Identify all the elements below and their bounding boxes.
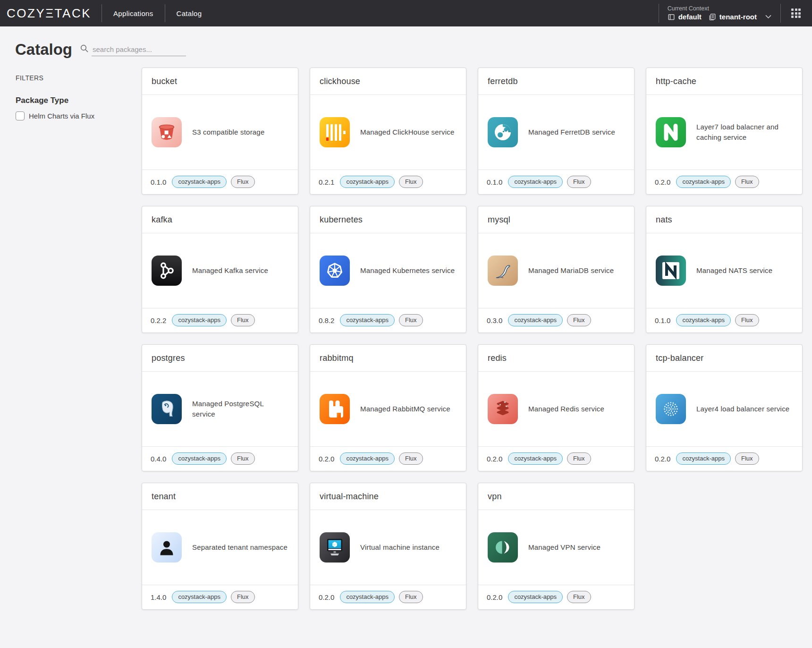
nav-applications[interactable]: Applications (102, 9, 164, 17)
page-head: Catalog (0, 26, 812, 60)
flux-badge: Flux (231, 591, 255, 603)
current-context-label: Current Context (668, 6, 772, 12)
card-title: tcp-balancer (646, 345, 802, 372)
card-title: nats (646, 206, 802, 233)
context-cluster: default (678, 13, 702, 20)
rabbitmq-icon (320, 394, 350, 424)
flux-badge: Flux (735, 314, 759, 326)
context-switcher[interactable]: Current Context default tenant-root (659, 4, 780, 23)
card-version: 0.3.0 (487, 316, 502, 324)
search (80, 43, 186, 57)
nats-icon (656, 256, 686, 286)
repo-badge: cozystack-apps (676, 452, 731, 465)
flux-badge: Flux (231, 314, 255, 326)
card-description: Layer7 load balacner and caching service (696, 122, 793, 143)
card-http-cache[interactable]: http-cache Layer7 load balacner and cach… (646, 68, 803, 195)
card-title: kafka (142, 206, 298, 233)
card-version: 0.2.1 (319, 178, 334, 186)
flux-badge: Flux (567, 591, 591, 603)
bucket-icon (152, 117, 182, 147)
app-logo[interactable]: COZYΞTACK (0, 6, 102, 21)
card-version: 1.4.0 (151, 593, 166, 601)
card-description: Managed Kafka service (192, 265, 268, 276)
flux-badge: Flux (735, 452, 759, 465)
repo-badge: cozystack-apps (676, 314, 731, 326)
card-description: Managed Kubernetes service (360, 265, 455, 276)
card-virtual-machine[interactable]: virtual-machine Virtual machine instance… (310, 483, 466, 610)
filters-heading: FILTERS (16, 74, 132, 82)
context-tenant: tenant-root (719, 13, 757, 20)
topbar-right: Current Context default tenant-root (659, 0, 812, 26)
card-title: kubernetes (310, 206, 466, 233)
nav-catalog[interactable]: Catalog (165, 9, 213, 17)
card-vpn[interactable]: vpn Managed VPN service 0.2.0 cozystack-… (478, 483, 634, 610)
filters-sidebar: FILTERS Package Type Helm Charts via Flu… (0, 60, 142, 120)
flux-badge: Flux (399, 591, 423, 603)
card-mysql[interactable]: mysql Managed MariaDB service 0.3.0 cozy… (478, 206, 634, 333)
kafka-icon (152, 256, 182, 286)
card-title: rabbitmq (310, 345, 466, 372)
card-title: redis (478, 345, 634, 372)
repo-badge: cozystack-apps (508, 452, 563, 465)
card-description: Managed NATS service (696, 265, 772, 276)
card-version: 0.2.0 (655, 178, 670, 186)
card-version: 0.2.2 (151, 316, 166, 324)
card-redis[interactable]: redis Managed Redis service 0.2.0 cozyst… (478, 344, 634, 471)
card-title: clickhouse (310, 68, 466, 95)
chevron-down-icon[interactable] (765, 13, 772, 20)
card-version: 0.1.0 (487, 178, 502, 186)
repo-badge: cozystack-apps (172, 314, 227, 326)
card-clickhouse[interactable]: clickhouse Managed ClickHouse service 0.… (310, 68, 466, 195)
repo-badge: cozystack-apps (508, 176, 563, 188)
page-title: Catalog (15, 42, 72, 57)
nginx-icon (656, 117, 686, 147)
card-description: Layer4 load balancer service (696, 404, 789, 414)
card-kubernetes[interactable]: kubernetes Managed Kubernetes service 0.… (310, 206, 466, 333)
card-description: Managed Redis service (528, 404, 604, 414)
card-bucket[interactable]: bucket S3 compatible storage 0.1.0 cozys… (142, 68, 298, 195)
card-title: vpn (478, 483, 634, 510)
card-version: 0.2.0 (319, 455, 334, 463)
mariadb-seal-icon (488, 256, 518, 286)
card-version: 0.1.0 (151, 178, 166, 186)
filter-group-title: Package Type (16, 96, 132, 105)
card-version: 0.2.0 (487, 455, 502, 463)
repo-badge: cozystack-apps (172, 452, 227, 465)
card-ferretdb[interactable]: ferretdb Managed FerretDB service 0.1.0 … (478, 68, 634, 195)
repo-badge: cozystack-apps (172, 176, 227, 188)
card-version: 0.2.0 (487, 593, 502, 601)
repo-badge: cozystack-apps (340, 591, 395, 603)
card-description: Managed VPN service (528, 542, 601, 553)
card-version: 0.1.0 (655, 316, 670, 324)
flux-badge: Flux (567, 452, 591, 465)
flux-badge: Flux (399, 176, 423, 188)
card-version: 0.4.0 (151, 455, 166, 463)
card-kafka[interactable]: kafka Managed Kafka service 0.2.2 cozyst… (142, 206, 298, 333)
card-description: Managed MariaDB service (528, 265, 614, 276)
top-bar: COZYΞTACK Applications Catalog Current C… (0, 0, 812, 26)
card-description: Managed FerretDB service (528, 127, 615, 137)
card-tcp-balancer[interactable]: tcp-balancer Layer4 load balancer servic… (646, 344, 803, 471)
card-nats[interactable]: nats Managed NATS service 0.1.0 cozystac… (646, 206, 803, 333)
repo-badge: cozystack-apps (340, 176, 395, 188)
card-version: 0.8.2 (319, 316, 334, 324)
repo-badge: cozystack-apps (508, 314, 563, 326)
card-postgres[interactable]: postgres Managed PostgreSQL service 0.4.… (142, 344, 298, 471)
helm-charts-checkbox[interactable] (16, 111, 25, 120)
search-input[interactable] (92, 43, 186, 56)
redis-icon (488, 394, 518, 424)
main: FILTERS Package Type Helm Charts via Flu… (0, 60, 812, 632)
tcp-balancer-icon (656, 394, 686, 424)
kubernetes-icon (320, 256, 350, 286)
card-version: 0.2.0 (655, 455, 670, 463)
card-version: 0.2.0 (319, 593, 334, 601)
card-tenant[interactable]: tenant Separated tenant namespace 1.4.0 … (142, 483, 298, 610)
app-switcher-button[interactable] (780, 4, 810, 23)
search-icon (80, 44, 89, 56)
app-grid-icon (791, 9, 801, 18)
cube-icon (668, 13, 675, 21)
helm-charts-label[interactable]: Helm Charts via Flux (29, 112, 94, 120)
flux-badge: Flux (399, 452, 423, 465)
flux-badge: Flux (567, 314, 591, 326)
card-rabbitmq[interactable]: rabbitmq Managed RabbitMQ service 0.2.0 … (310, 344, 466, 471)
